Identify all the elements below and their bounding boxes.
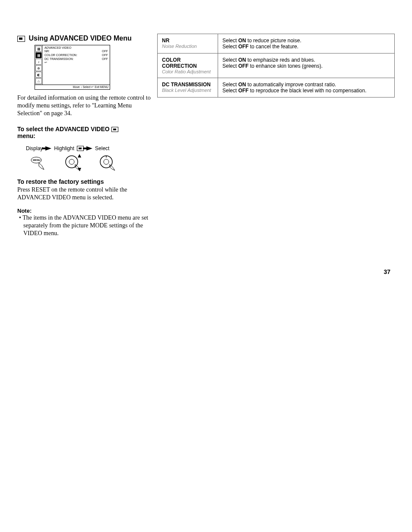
select-head-suffix: menu:	[17, 132, 35, 139]
desc-on: Select ON to automatically improve contr…	[222, 82, 390, 88]
desc-on: Select ON to reduce picture noise.	[222, 38, 390, 44]
desc-off: Select OFF to reproduce the black level …	[222, 88, 390, 94]
restore-heading: To restore the factory settings	[17, 178, 155, 185]
osd-tab-2: ▦	[35, 52, 42, 58]
adv-video-icon-small	[111, 127, 118, 132]
osd-main: ADVANCED VIDEO NR: OFF COLOR CORRECTION:…	[44, 45, 110, 65]
select-head-text: To select the ADVANCED VIDEO	[17, 126, 110, 132]
setting-title: DC TRANSMISSION	[162, 82, 213, 88]
table-row: DC TRANSMISSION Black Level Adjustment S…	[158, 78, 395, 98]
desc-off: Select OFF to enhance skin tones (greens…	[222, 63, 390, 69]
table-row: COLOR CORRECTION Color Ratio Adjustment …	[158, 54, 395, 78]
osd-row-0: NR: OFF	[44, 49, 108, 53]
osd-tab-4: ⊕	[35, 65, 42, 71]
arrow-icon	[45, 146, 51, 151]
setting-label-cell: DC TRANSMISSION Black Level Adjustment	[158, 78, 218, 98]
joystick-updown-icon	[65, 155, 82, 171]
svg-point-3	[69, 159, 74, 164]
osd-footer: Move ↕ Select ↵ Exit MENU	[35, 85, 110, 89]
left-column: Using ADVANCED VIDEO Menu ▦ ▦ ♪ ⊕ ◐ ⌂ AD…	[17, 13, 155, 238]
section-heading: Using ADVANCED VIDEO Menu	[17, 35, 155, 42]
menu-press-icon: MENU	[30, 155, 48, 171]
osd-header: ADVANCED VIDEO	[44, 46, 108, 49]
setting-subtitle: Noise Reduction	[162, 44, 213, 49]
setting-subtitle: Black Level Adjustment	[162, 88, 213, 93]
setting-desc: Select ON to reduce picture noise. Selec…	[218, 34, 395, 54]
note-bullet: • The items in the ADVANCED VIDEO menu a…	[23, 214, 155, 238]
heading-text: Using ADVANCED VIDEO Menu	[29, 35, 131, 42]
flow-select: Select	[95, 145, 109, 151]
select-heading: To select the ADVANCED VIDEO menu:	[17, 126, 155, 139]
joystick-press-icon	[99, 155, 117, 171]
osd-return: ↩	[44, 61, 108, 64]
osd-tab-6: ⌂	[35, 78, 42, 84]
svg-point-4	[100, 156, 112, 168]
svg-point-5	[104, 159, 109, 164]
arrow-icon	[86, 146, 92, 151]
flow-highlight: Highlight	[54, 145, 74, 151]
setting-label-cell: NR Noise Reduction	[158, 34, 218, 54]
restore-text: Press RESET on the remote control while …	[17, 186, 155, 201]
osd-row-1: COLOR CORRECTION: OFF	[44, 53, 108, 57]
flow-row: Display Highlight Select	[26, 145, 155, 151]
settings-table: NR Noise Reduction Select ON to reduce p…	[157, 34, 395, 98]
osd-row-name: COLOR CORRECTION:	[44, 53, 77, 57]
desc-on: Select ON to emphasize reds and blues.	[222, 57, 390, 63]
osd-tab-1: ▦	[35, 46, 42, 52]
adv-video-icon	[17, 36, 25, 42]
note-heading: Note:	[17, 208, 155, 214]
osd-row-name: DC TRANSMISSION:	[44, 57, 73, 61]
intro-text: For detailed information on using the re…	[17, 94, 155, 118]
setting-subtitle: Color Ratio Adjustment	[162, 69, 213, 74]
svg-text:MENU: MENU	[33, 159, 41, 161]
right-column: NR Noise Reduction Select ON to reduce p…	[157, 34, 395, 98]
osd-row-val: OFF	[102, 53, 108, 57]
table-row: NR Noise Reduction Select ON to reduce p…	[158, 34, 395, 54]
setting-desc: Select ON to automatically improve contr…	[218, 78, 395, 98]
flow-display: Display	[26, 145, 43, 151]
osd-row-2: DC TRANSMISSION: OFF	[44, 57, 108, 61]
osd-row-val: OFF	[102, 49, 108, 53]
desc-off: Select OFF to cancel the feature.	[222, 44, 390, 50]
osd-tab-5: ◐	[35, 72, 42, 78]
setting-desc: Select ON to emphasize reds and blues. S…	[218, 54, 395, 78]
hand-icons-row: MENU	[30, 155, 155, 171]
setting-title: COLOR CORRECTION	[162, 57, 213, 69]
osd-sidebar: ▦ ▦ ♪ ⊕ ◐ ⌂	[35, 45, 43, 85]
osd-row-name: NR:	[44, 49, 50, 53]
osd-mock: ▦ ▦ ♪ ⊕ ◐ ⌂ ADVANCED VIDEO NR: OFF COLOR…	[35, 45, 110, 90]
osd-tab-3: ♪	[35, 59, 42, 65]
setting-title: NR	[162, 38, 213, 44]
setting-label-cell: COLOR CORRECTION Color Ratio Adjustment	[158, 54, 218, 78]
osd-row-val: OFF	[102, 57, 108, 61]
page-number: 37	[383, 268, 390, 275]
